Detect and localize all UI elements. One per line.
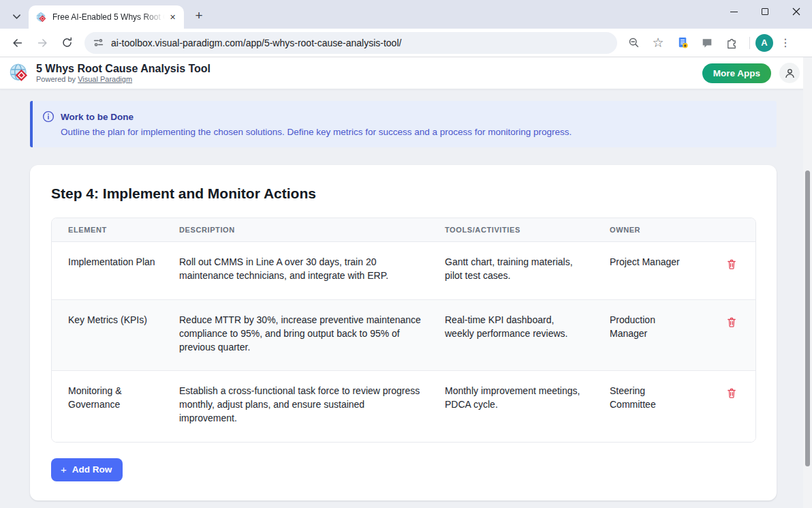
person-icon [784, 68, 796, 79]
column-header-actions [708, 218, 755, 241]
zoom-out-icon[interactable] [623, 32, 644, 54]
tab-close-icon[interactable]: ✕ [167, 12, 178, 23]
column-header-description: DESCRIPTION [163, 218, 428, 241]
table-row: Implementation Plan Roll out CMMS in Lin… [52, 242, 755, 300]
bookmark-star-icon[interactable]: ☆ [647, 32, 669, 54]
profile-avatar[interactable]: A [755, 34, 773, 52]
tools-cell[interactable]: Monthly improvement meetings, PDCA cycle… [428, 371, 593, 442]
url-text[interactable]: ai-toolbox.visual-paradigm.com/app/5-why… [111, 38, 401, 48]
toolbar-divider [749, 37, 750, 49]
trash-icon [726, 387, 737, 399]
tab-title: Free AI-Enabled 5 Whys Root C [52, 12, 167, 22]
visual-paradigm-favicon [35, 12, 47, 23]
page-content: Work to be Done Outline the plan for imp… [0, 89, 812, 508]
add-row-label: Add Row [72, 464, 112, 475]
delete-row-button[interactable] [725, 315, 738, 331]
column-header-tools: TOOLS/ACTIVITIES [428, 218, 593, 241]
visual-paradigm-link[interactable]: Visual Paradigm [78, 75, 132, 83]
app-title-block: 5 Whys Root Cause Analysis Tool Powered … [36, 63, 210, 83]
column-header-owner: OWNER [593, 218, 708, 241]
window-minimize-icon[interactable] [718, 0, 749, 23]
tab-list-chevron-icon[interactable] [7, 7, 26, 26]
description-cell[interactable]: Roll out CMMS in Line A over 30 days, tr… [163, 242, 428, 299]
tools-cell[interactable]: Real-time KPI dashboard, weekly performa… [428, 300, 593, 371]
visual-paradigm-logo [10, 63, 29, 83]
back-icon[interactable] [7, 32, 29, 54]
add-row-button[interactable]: + Add Row [51, 458, 123, 481]
page-scrollbar[interactable] [803, 57, 812, 508]
scrollbar-thumb[interactable] [805, 170, 810, 466]
app-title: 5 Whys Root Cause Analysis Tool [36, 63, 210, 75]
user-account-button[interactable] [779, 63, 800, 83]
column-header-element: ELEMENT [52, 218, 163, 241]
element-cell[interactable]: Monitoring & Governance [52, 371, 163, 442]
trash-icon [726, 258, 737, 270]
info-icon [42, 110, 54, 123]
actions-table: ELEMENT DESCRIPTION TOOLS/ACTIVITIES OWN… [51, 218, 756, 443]
owner-cell[interactable]: Project Manager [593, 242, 708, 299]
window-maximize-icon[interactable] [749, 0, 781, 23]
description-cell[interactable]: Reduce MTTR by 30%, increase preventive … [163, 300, 428, 371]
owner-cell[interactable]: Steering Committee [593, 371, 708, 442]
window-controls [718, 0, 812, 23]
work-to-be-done-banner: Work to be Done Outline the plan for imp… [30, 101, 777, 147]
trash-icon [726, 316, 737, 328]
comment-extension-icon[interactable] [696, 32, 718, 54]
element-cell[interactable]: Key Metrics (KPIs) [52, 300, 163, 371]
docs-offline-extension-icon[interactable] [672, 32, 693, 54]
banner-title: Work to be Done [61, 112, 134, 122]
table-header-row: ELEMENT DESCRIPTION TOOLS/ACTIVITIES OWN… [52, 218, 755, 242]
delete-row-button[interactable] [725, 386, 738, 402]
app-header: 5 Whys Root Cause Analysis Tool Powered … [0, 57, 812, 89]
owner-cell[interactable]: Production Manager [593, 300, 708, 371]
more-apps-button[interactable]: More Apps [702, 63, 771, 83]
delete-row-button[interactable] [725, 257, 738, 273]
browser-tab[interactable]: Free AI-Enabled 5 Whys Root C ✕ [29, 5, 184, 29]
browser-toolbar: ai-toolbox.visual-paradigm.com/app/5-why… [0, 29, 812, 57]
banner-description: Outline the plan for implementing the ch… [61, 127, 764, 137]
element-cell[interactable]: Implementation Plan [52, 242, 163, 299]
extensions-puzzle-icon[interactable] [721, 32, 743, 54]
reload-icon[interactable] [56, 32, 78, 54]
tools-cell[interactable]: Gantt chart, training materials, pilot t… [428, 242, 593, 299]
step-heading: Step 4: Implement and Monitor Actions [51, 185, 756, 202]
address-bar[interactable]: ai-toolbox.visual-paradigm.com/app/5-why… [84, 32, 617, 54]
powered-by: Powered by Visual Paradigm [36, 75, 210, 83]
table-body: Implementation Plan Roll out CMMS in Lin… [52, 242, 755, 442]
window-close-icon[interactable] [781, 0, 812, 23]
table-row: Key Metrics (KPIs) Reduce MTTR by 30%, i… [52, 300, 755, 372]
step-card: Step 4: Implement and Monitor Actions EL… [30, 165, 777, 500]
browser-tab-strip: Free AI-Enabled 5 Whys Root C ✕ + [0, 0, 812, 29]
description-cell[interactable]: Establish a cross-functional task force … [163, 371, 428, 442]
forward-icon[interactable] [31, 32, 53, 54]
site-settings-icon[interactable] [93, 37, 104, 48]
table-row: Monitoring & Governance Establish a cros… [52, 371, 755, 442]
chrome-menu-icon[interactable]: ⋮ [780, 36, 791, 49]
plus-icon: + [61, 464, 67, 475]
new-tab-icon[interactable]: + [189, 6, 208, 25]
